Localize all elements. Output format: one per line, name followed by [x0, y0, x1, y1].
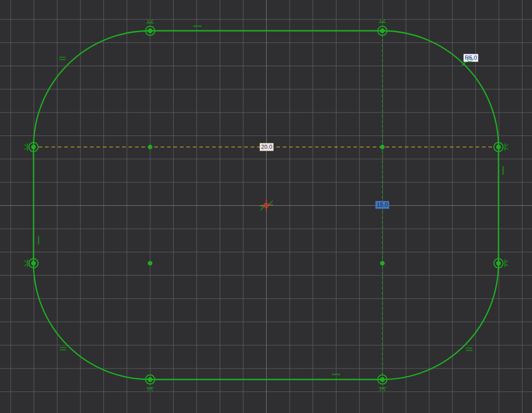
- tangent-constraint-icon[interactable]: [379, 19, 386, 23]
- tangent-constraint-icon[interactable]: [379, 388, 386, 391]
- sketch-viewport[interactable]: 20.0 15.0 R5.0: [0, 0, 532, 413]
- tangent-constraint-icon[interactable]: [505, 260, 508, 267]
- corner-arc-bottom-right[interactable]: [382, 263, 498, 379]
- tangent-constraint-icon[interactable]: [24, 143, 28, 151]
- arc-center-point-top-left[interactable]: [148, 145, 152, 149]
- corner-arc-top-right[interactable]: [382, 31, 498, 147]
- corner-arc-bottom-left[interactable]: [34, 263, 150, 379]
- equal-constraint-icon[interactable]: [466, 348, 472, 351]
- tangent-constraint-icon[interactable]: [146, 20, 154, 23]
- symmetry-constraint-icon[interactable]: [269, 201, 273, 205]
- tangent-constraint-icon[interactable]: [505, 143, 508, 151]
- symmetry-constraint-icon[interactable]: [260, 206, 264, 210]
- sketch-canvas[interactable]: [0, 0, 532, 413]
- radius-dimension-label[interactable]: R5.0: [464, 54, 478, 62]
- equal-constraint-icon[interactable]: [59, 57, 66, 60]
- origin-point[interactable]: [261, 200, 272, 211]
- arc-center-point-bottom-left[interactable]: [148, 261, 152, 266]
- height-dimension-label-selected[interactable]: 15.0: [375, 201, 389, 209]
- tangent-constraint-icon[interactable]: [24, 260, 28, 267]
- tangent-constraint-icon[interactable]: [146, 388, 154, 391]
- width-dimension-label[interactable]: 20.0: [260, 143, 274, 151]
- corner-arc-top-left[interactable]: [34, 31, 150, 147]
- arc-center-point-bottom-right[interactable]: [380, 261, 385, 266]
- arc-center-point-top-right[interactable]: [380, 145, 385, 149]
- equal-constraint-icon[interactable]: [60, 348, 66, 350]
